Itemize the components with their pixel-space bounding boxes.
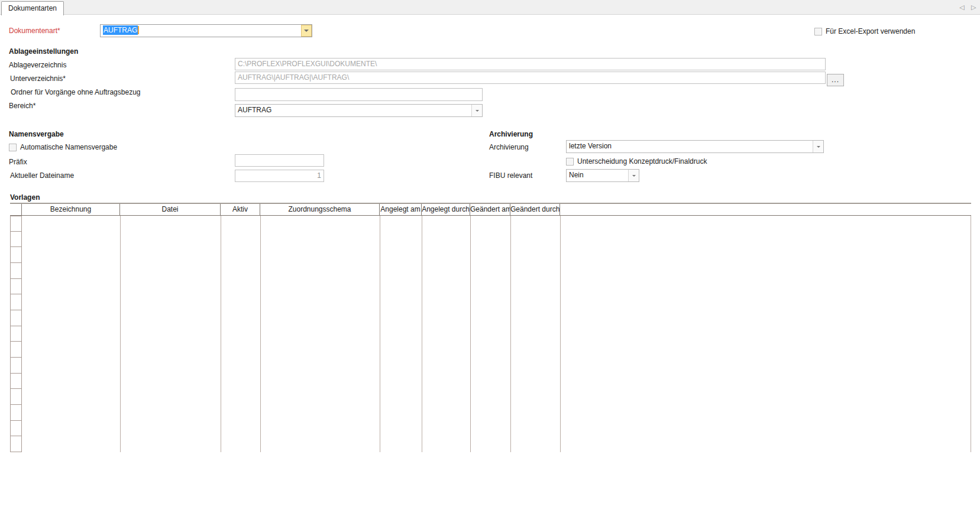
- ablageverzeichnis-value: C:\PROFLEX\PROFLEXGUI\DOKUMENTE\: [238, 60, 377, 68]
- column-header-geaendert-am[interactable]: Geändert am: [470, 204, 510, 215]
- column-header-datei[interactable]: Datei: [120, 204, 221, 215]
- table-row-selector[interactable]: [10, 436, 22, 452]
- table-row-selector[interactable]: [10, 326, 22, 342]
- table-row-selector[interactable]: [10, 231, 22, 248]
- ablageverzeichnis-field[interactable]: C:\PROFLEX\PROFLEXGUI\DOKUMENTE\: [235, 58, 826, 70]
- column-divider: [422, 216, 422, 452]
- table-row-selector[interactable]: [10, 388, 22, 405]
- chevron-down-icon[interactable]: [471, 105, 482, 116]
- vorlagen-heading: Vorlagen: [10, 193, 40, 202]
- chevron-down-icon[interactable]: [628, 170, 639, 181]
- browse-button[interactable]: ...: [827, 74, 844, 86]
- dateiname-field[interactable]: 1: [235, 170, 324, 182]
- praefix-field[interactable]: [235, 154, 324, 167]
- tab-strip: Dokumentarten ◁ ▷: [0, 0, 980, 15]
- column-header-selector[interactable]: [10, 204, 22, 215]
- dateiname-value: 1: [317, 171, 321, 180]
- column-header-angelegt-durch[interactable]: Angelegt durch: [422, 204, 470, 215]
- table-row-selector[interactable]: [10, 357, 22, 374]
- unterverzeichnis-label: Unterverzeichnis*: [10, 74, 66, 83]
- table-row-selector[interactable]: [10, 294, 22, 310]
- column-header-zuordnungsschema[interactable]: Zuordnungsschema: [260, 204, 380, 215]
- fibu-relevant-label: FIBU relevant: [489, 171, 532, 180]
- window: Dokumentarten ◁ ▷ Dokumentenart* AUFTRAG…: [0, 0, 980, 529]
- column-divider: [510, 216, 511, 452]
- table-row-selector[interactable]: [10, 420, 22, 437]
- excel-export-label: Für Excel-Export verwenden: [826, 27, 915, 35]
- column-divider: [560, 216, 561, 452]
- column-header-aktiv[interactable]: Aktiv: [221, 204, 260, 215]
- column-divider: [221, 216, 221, 452]
- praefix-label: Präfix: [9, 158, 27, 166]
- tab-dokumentarten[interactable]: Dokumentarten: [1, 1, 64, 15]
- ablageverzeichnis-label: Ablageverzeichnis: [9, 61, 66, 69]
- table-row-selector[interactable]: [10, 246, 22, 263]
- bereich-combobox[interactable]: AUFTRAG: [235, 104, 483, 117]
- unterverzeichnis-field[interactable]: AUFTRAG\|AUFTRAG|\AUFTRAG\: [235, 72, 826, 84]
- chevron-down-icon[interactable]: [813, 141, 823, 152]
- vorlagen-table-body: [10, 216, 971, 452]
- column-divider: [260, 216, 261, 452]
- namensvergabe-heading: Namensvergabe: [9, 130, 64, 138]
- auto-namensvergabe-label: Automatische Namensvergabe: [20, 143, 117, 151]
- column-divider: [120, 216, 121, 452]
- text-caret: [138, 26, 139, 34]
- ordner-label: Ordner für Vorgänge ohne Auftragsbezug: [11, 88, 141, 96]
- auto-namensvergabe-checkbox[interactable]: [9, 144, 17, 151]
- column-header-bezeichnung[interactable]: Bezeichnung: [22, 204, 120, 215]
- vorlagen-table: Bezeichnung Datei Aktiv Zuordnungsschema…: [10, 203, 971, 452]
- fibu-relevant-value: Nein: [569, 171, 584, 179]
- chevron-down-icon[interactable]: [301, 25, 312, 37]
- dokumentenart-label: Dokumentenart*: [9, 27, 60, 35]
- table-row-selector[interactable]: [10, 262, 22, 279]
- excel-export-checkrow: Für Excel-Export verwenden: [814, 27, 915, 35]
- table-row-selector[interactable]: [10, 373, 22, 390]
- dokumentenart-combobox[interactable]: AUFTRAG: [100, 24, 312, 37]
- column-divider: [380, 216, 380, 452]
- unterscheidung-checkbox[interactable]: [566, 158, 574, 165]
- unterverzeichnis-value: AUFTRAG\|AUFTRAG|\AUFTRAG\: [238, 73, 349, 82]
- tab-label: Dokumentarten: [8, 4, 57, 12]
- dateiname-label: Aktueller Dateiname: [10, 171, 74, 180]
- table-row-selector[interactable]: [10, 278, 22, 295]
- column-header-filler: [560, 204, 971, 215]
- excel-export-checkbox[interactable]: [814, 28, 822, 35]
- table-row-selector[interactable]: [10, 341, 22, 358]
- fibu-relevant-combobox[interactable]: Nein: [566, 169, 639, 182]
- vorlagen-table-header: Bezeichnung Datei Aktiv Zuordnungsschema…: [10, 203, 971, 216]
- column-header-geaendert-durch[interactable]: Geändert durch: [510, 204, 560, 215]
- archivierung-heading: Archivierung: [489, 130, 533, 138]
- ordner-field[interactable]: [235, 88, 483, 101]
- archivierung-label: Archivierung: [489, 143, 529, 151]
- table-row-selector[interactable]: [10, 404, 22, 421]
- archivierung-value: letzte Version: [569, 142, 612, 150]
- table-row-selector[interactable]: [10, 310, 22, 326]
- table-right-border: [971, 216, 971, 452]
- unterscheidung-label: Unterscheidung Konzeptdruck/Finaldruck: [577, 157, 707, 165]
- auto-namensvergabe-checkrow: Automatische Namensvergabe: [9, 143, 117, 151]
- table-row-selector[interactable]: [10, 216, 22, 232]
- archivierung-combobox[interactable]: letzte Version: [566, 140, 824, 153]
- column-divider: [470, 216, 471, 452]
- nav-back-icon[interactable]: ◁: [959, 3, 964, 11]
- dokumentenart-value: AUFTRAG: [103, 25, 138, 35]
- vorlagen-row-header-column: [10, 216, 22, 452]
- bereich-label: Bereich*: [9, 102, 35, 110]
- column-header-angelegt-am[interactable]: Angelegt am: [380, 204, 422, 215]
- bereich-value: AUFTRAG: [238, 106, 271, 114]
- nav-forward-icon[interactable]: ▷: [971, 3, 976, 11]
- ablageeinstellungen-heading: Ablageeinstellungen: [9, 47, 78, 56]
- unterscheidung-checkrow: Unterscheidung Konzeptdruck/Finaldruck: [566, 157, 707, 165]
